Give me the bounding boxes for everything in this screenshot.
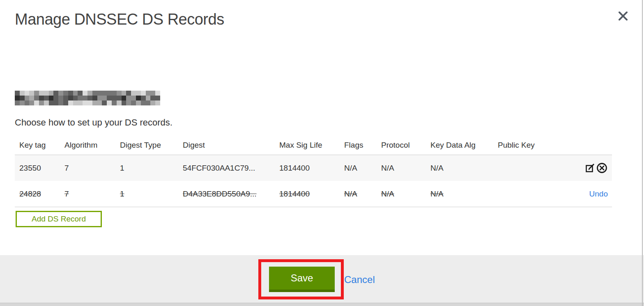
col-header-public-key: Public Key	[497, 135, 579, 155]
cell-flags: N/A	[344, 190, 357, 198]
cell-digest-type: 1	[120, 190, 124, 198]
cell-flags: N/A	[344, 164, 357, 172]
col-header-digest-type: Digest Type	[120, 135, 182, 155]
table-row-deleted: 24828 7 1 D4A33E8DD550A9... 1814400 N/A …	[15, 181, 612, 207]
cancel-link[interactable]: Cancel	[344, 274, 375, 285]
ds-records-table: Key tag Algorithm Digest Type Digest Max…	[15, 135, 612, 207]
dnssec-modal: Manage DNSSEC DS Records Choose how to s…	[0, 0, 644, 306]
col-header-key-data-alg: Key Data Alg	[430, 135, 497, 155]
save-button[interactable]: Save	[269, 267, 335, 292]
cell-protocol: N/A	[381, 190, 394, 198]
cell-key-tag: 23550	[19, 164, 41, 172]
col-header-algorithm: Algorithm	[64, 135, 120, 155]
delete-record-icon[interactable]	[596, 162, 608, 174]
cell-algorithm: 7	[64, 164, 69, 172]
cell-digest: 54FCF030AA1C79...	[183, 164, 255, 172]
cell-max-sig-life: 1814400	[279, 190, 310, 198]
cell-key-tag: 24828	[19, 190, 41, 198]
col-header-max-sig-life: Max Sig Life	[279, 135, 344, 155]
table-header-row: Key tag Algorithm Digest Type Digest Max…	[15, 135, 612, 155]
cell-key-data-alg: N/A	[430, 190, 444, 198]
cell-key-data-alg: N/A	[430, 164, 444, 172]
page-title: Manage DNSSEC DS Records	[15, 11, 224, 28]
col-header-actions	[579, 135, 612, 155]
cell-max-sig-life: 1814400	[279, 164, 310, 172]
close-icon[interactable]	[617, 10, 629, 22]
add-ds-record-button[interactable]: Add DS Record	[16, 211, 102, 227]
cell-protocol: N/A	[381, 164, 394, 172]
table-row-active: 23550 7 1 54FCF030AA1C79... 1814400 N/A …	[15, 155, 612, 181]
instruction-text: Choose how to set up your DS records.	[15, 117, 172, 128]
col-header-digest: Digest	[182, 135, 279, 155]
background-page-edge	[0, 303, 644, 306]
cell-digest: D4A33E8DD550A9...	[183, 190, 257, 198]
cell-algorithm: 7	[64, 190, 69, 198]
col-header-key-tag: Key tag	[15, 135, 64, 155]
col-header-protocol: Protocol	[381, 135, 430, 155]
redacted-domain-name	[15, 91, 160, 105]
screenshot-right-border	[642, 0, 643, 306]
cell-digest-type: 1	[120, 164, 124, 172]
col-header-flags: Flags	[344, 135, 381, 155]
undo-link[interactable]: Undo	[589, 190, 608, 198]
edit-record-icon[interactable]	[585, 162, 596, 174]
